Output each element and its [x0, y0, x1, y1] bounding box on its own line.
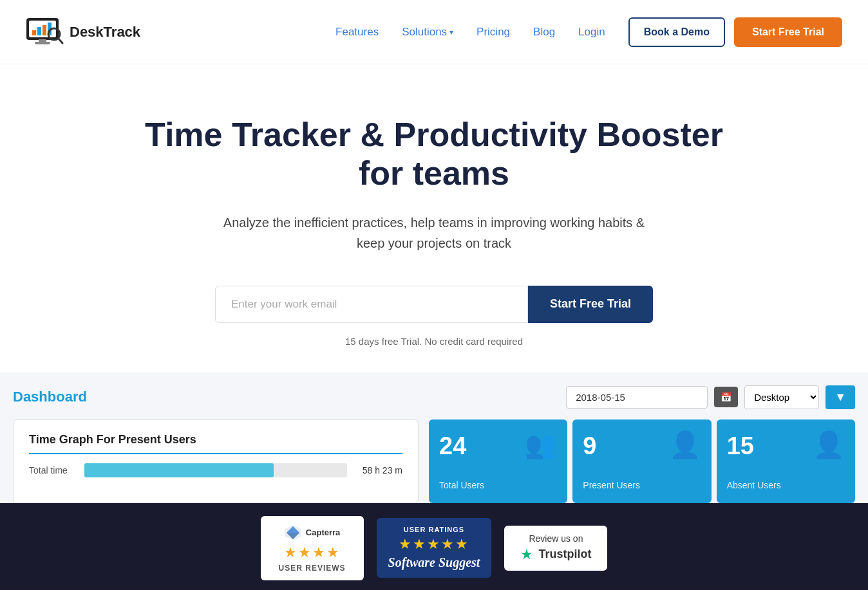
software-suggest-name: Software Suggest	[388, 555, 480, 570]
email-input[interactable]	[215, 286, 528, 323]
time-bar-value: 58 h 23 m	[357, 465, 402, 475]
date-input[interactable]	[566, 386, 708, 409]
stat-cards: 24 👥 Total Users 9 👤 Present Users 15 👤 …	[429, 419, 855, 503]
solutions-dropdown-icon: ▾	[449, 28, 453, 37]
capterra-sub: USER REVIEWS	[279, 564, 346, 573]
nav-features[interactable]: Features	[335, 26, 379, 39]
software-suggest-badge[interactable]: USER RATINGS ★★★★★ Software Suggest	[377, 518, 492, 578]
svg-rect-9	[35, 42, 50, 44]
calendar-button[interactable]: 📅	[714, 387, 738, 407]
dashboard-section: Dashboard 📅 Desktop ▼ Time Graph For Pre…	[0, 373, 868, 503]
stat-card-total-users: 24 👥 Total Users	[429, 419, 567, 503]
dashboard-cards: Time Graph For Present Users Total time …	[13, 419, 855, 503]
graph-divider	[29, 453, 402, 454]
filter-button[interactable]: ▼	[826, 385, 855, 409]
absent-users-label: Absent Users	[727, 480, 845, 490]
absent-users-icon: 👤	[813, 430, 845, 460]
hero-section: Time Tracker & Productivity Booster for …	[0, 64, 868, 373]
dashboard-header: Dashboard 📅 Desktop ▼	[13, 385, 855, 409]
trustpilot-review-us: Review us on	[529, 533, 583, 544]
time-graph-card: Time Graph For Present Users Total time …	[13, 419, 419, 503]
present-users-label: Present Users	[583, 480, 701, 490]
present-users-icon: 👤	[669, 430, 701, 460]
capterra-icon	[284, 524, 302, 542]
hero-title: Time Tracker & Productivity Booster for …	[144, 116, 724, 193]
trial-note: 15 days free Trial. No credit card requi…	[26, 336, 842, 347]
svg-rect-4	[42, 25, 46, 35]
trustpilot-name: Trustpilot	[538, 548, 591, 561]
book-demo-button[interactable]: Book a Demo	[628, 17, 725, 47]
hero-subtitle: Analyze the inefficient practices, help …	[209, 212, 659, 254]
time-graph-title: Time Graph For Present Users	[29, 433, 402, 447]
dashboard-title: Dashboard	[13, 389, 87, 405]
dashboard-controls: 📅 Desktop ▼	[566, 385, 855, 409]
software-suggest-prefix: USER RATINGS	[404, 526, 464, 533]
nav-blog[interactable]: Blog	[533, 26, 555, 39]
capterra-title: Capterra	[306, 528, 340, 537]
nav-solutions[interactable]: Solutions ▾	[402, 26, 453, 39]
time-bar-inner	[84, 463, 274, 477]
email-form: Start Free Trial	[215, 286, 653, 323]
nav-pricing[interactable]: Pricing	[476, 26, 510, 39]
capterra-stars: ★★★★	[284, 544, 341, 561]
nav-links: Features Solutions ▾ Pricing Blog Login	[335, 26, 605, 39]
bottom-bar: Capterra ★★★★ USER REVIEWS USER RATINGS …	[0, 503, 868, 590]
svg-rect-3	[37, 27, 41, 35]
capterra-badge[interactable]: Capterra ★★★★ USER REVIEWS	[261, 516, 364, 580]
trustpilot-icon: ★	[520, 546, 533, 563]
logo-area[interactable]: DeskTrack	[26, 16, 140, 48]
svg-rect-2	[32, 30, 36, 35]
nav-login[interactable]: Login	[578, 26, 605, 39]
stat-card-absent-users: 15 👤 Absent Users	[717, 419, 855, 503]
device-select[interactable]: Desktop	[744, 385, 819, 409]
total-users-label: Total Users	[439, 480, 557, 490]
software-suggest-stars: ★★★★★	[399, 536, 469, 553]
time-bar-row: Total time 58 h 23 m	[29, 463, 402, 477]
stat-card-present-users: 9 👤 Present Users	[572, 419, 711, 503]
trustpilot-row: ★ Trustpilot	[520, 546, 591, 563]
hero-trial-button[interactable]: Start Free Trial	[528, 286, 653, 323]
svg-line-7	[58, 38, 62, 43]
navbar: DeskTrack Features Solutions ▾ Pricing B…	[0, 0, 868, 64]
logo-icon	[26, 16, 64, 48]
time-bar-label: Total time	[29, 465, 74, 475]
trustpilot-badge[interactable]: Review us on ★ Trustpilot	[504, 526, 607, 571]
brand-name: DeskTrack	[70, 24, 140, 41]
time-bar-outer	[84, 463, 347, 477]
nav-trial-button[interactable]: Start Free Trial	[734, 17, 842, 47]
total-users-icon: 👥	[525, 430, 557, 460]
